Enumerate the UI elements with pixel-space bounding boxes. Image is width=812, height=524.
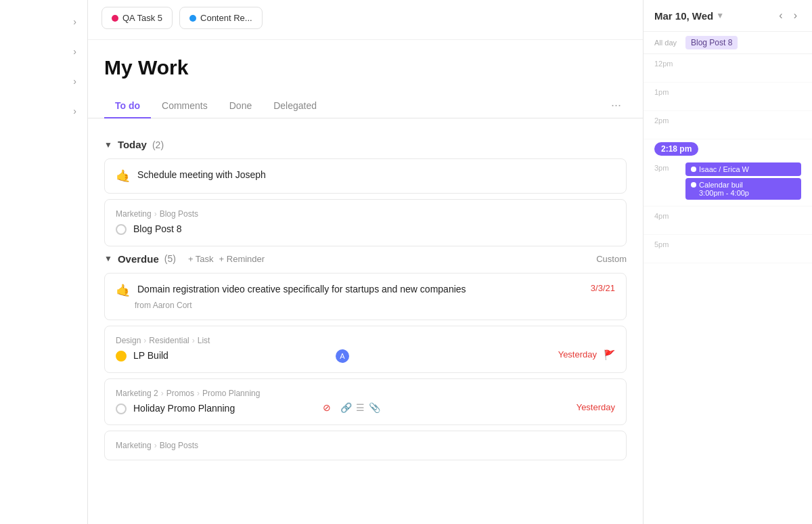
task-from-domain: from Aaron Cort <box>116 301 615 310</box>
task-date-domain: 3/3/21 <box>591 283 615 293</box>
content-area: ▼ Today (2) 🤙 Schedule meeting with Jose… <box>88 118 643 479</box>
calendar-prev-button[interactable]: ‹ <box>775 8 786 23</box>
sidebar-item-4[interactable]: › <box>0 96 87 126</box>
add-reminder-button[interactable]: + Reminder <box>219 254 265 264</box>
time-slot-4pm: 4pm <box>644 206 812 235</box>
task-checkbox-blog8[interactable] <box>116 224 127 235</box>
time-label-5pm: 5pm <box>654 239 679 248</box>
task-title-lp: LP Build <box>133 349 329 363</box>
all-day-label: All day <box>654 39 679 47</box>
task-title-schedule: Schedule meeting with Joseph <box>137 169 615 182</box>
event-isaac-erica[interactable]: Isaac / Erica W <box>685 162 801 176</box>
tab-done[interactable]: Done <box>219 93 263 118</box>
event-dot <box>691 182 696 188</box>
flag-icon-lp: 🚩 <box>604 349 615 360</box>
time-label-3pm: 3pm <box>654 162 679 172</box>
task-checkbox-promo[interactable] <box>116 403 127 414</box>
breadcrumb-promo: Marketing 2 › Promos › Promo Planning <box>116 389 615 398</box>
task-title-domain: Domain registration video creative speci… <box>137 283 584 297</box>
task-card-blog-post-8: Marketing › Blog Posts Blog Post 8 <box>104 199 627 246</box>
task-checkbox-lp[interactable] <box>116 351 127 362</box>
task-card-schedule-meeting: 🤙 Schedule meeting with Joseph <box>104 158 627 194</box>
chevron-right-icon: › <box>73 76 76 87</box>
chevron-right-icon: › <box>73 46 76 57</box>
time-slot-5pm: 5pm <box>644 235 812 263</box>
current-time-indicator: 2:18 pm <box>644 139 812 158</box>
page-title: My Work <box>104 56 627 79</box>
content-task-label: Content Re... <box>200 13 252 23</box>
page-title-section: My Work <box>88 40 643 79</box>
task-title-blog8: Blog Post 8 <box>133 223 615 236</box>
time-label-1pm: 1pm <box>654 87 679 96</box>
overdue-collapse-icon[interactable]: ▼ <box>104 254 112 263</box>
tabs-more-button[interactable]: ··· <box>606 93 627 118</box>
main-content: QA Task 5 Content Re... My Work To do Co… <box>88 0 643 524</box>
avatar-lp: A <box>336 349 349 363</box>
breadcrumb-lp: Design › Residential › List <box>116 336 615 345</box>
content-task-chip[interactable]: Content Re... <box>179 7 263 29</box>
calendar-nav: ‹ › <box>775 8 801 23</box>
task-date-lp: Yesterday <box>558 349 597 359</box>
today-section-header: ▼ Today (2) <box>104 139 627 150</box>
dot-blue <box>189 15 196 22</box>
tab-delegated[interactable]: Delegated <box>263 93 328 118</box>
overdue-section-title: Overdue <box>118 253 159 265</box>
time-label-12pm: 12pm <box>654 58 679 68</box>
chevron-down-icon: ▼ <box>716 11 724 20</box>
link-icon[interactable]: 🔗 <box>340 402 352 413</box>
sidebar-item-2[interactable]: › <box>0 37 87 66</box>
add-task-button[interactable]: + Task <box>188 254 214 264</box>
all-day-row: All day Blog Post 8 <box>644 32 812 54</box>
calendar-header: Mar 10, Wed ▼ ‹ › <box>644 0 812 32</box>
task-card-domain-reg: 🤙 Domain registration video creative spe… <box>104 273 627 320</box>
task-card-blog-overdue: Marketing › Blog Posts <box>104 431 627 460</box>
sidebar: › › › › <box>0 0 88 524</box>
qa-task-label: QA Task 5 <box>122 13 162 23</box>
list-icon[interactable]: ☰ <box>356 402 365 413</box>
sidebar-item-3[interactable]: › <box>0 66 87 96</box>
event-calendar-build[interactable]: Calendar buil3:00pm - 4:00p <box>685 178 801 200</box>
breadcrumb-marketing: Marketing <box>116 209 152 219</box>
current-time-badge: 2:18 pm <box>654 142 698 156</box>
sidebar-item-1[interactable]: › <box>0 7 87 37</box>
time-slot-3pm: 3pm Isaac / Erica W Calendar buil3:00pm … <box>644 158 812 206</box>
overdue-section-header: ▼ Overdue (5) + Task + Reminder Custom <box>104 253 627 265</box>
calendar-date-title[interactable]: Mar 10, Wed ▼ <box>654 10 724 22</box>
all-day-event[interactable]: Blog Post 8 <box>685 36 738 49</box>
overdue-section-count: (5) <box>164 253 176 264</box>
time-slot-2pm: 2pm <box>644 111 812 139</box>
tab-todo[interactable]: To do <box>104 93 151 118</box>
right-panel-calendar: Mar 10, Wed ▼ ‹ › All day Blog Post 8 12… <box>643 0 812 524</box>
chevron-right-icon: › <box>73 106 76 116</box>
time-slot-1pm: 1pm <box>644 83 812 111</box>
task-icon-domain: 🤙 <box>116 283 131 298</box>
breadcrumb-blog-overdue: Marketing › Blog Posts <box>116 441 615 450</box>
breadcrumb-blog-post: Marketing › Blog Posts <box>116 209 615 219</box>
top-task-bar: QA Task 5 Content Re... <box>88 0 643 40</box>
today-section-count: (2) <box>152 139 164 150</box>
task-card-lp-build: Design › Residential › List LP Build A Y… <box>104 326 627 373</box>
custom-button[interactable]: Custom <box>596 254 627 264</box>
time-slot-12pm: 12pm <box>644 54 812 83</box>
task-date-promo: Yesterday <box>577 402 615 412</box>
tab-comments[interactable]: Comments <box>151 93 219 118</box>
event-dot <box>691 167 696 172</box>
tabs: To do Comments Done Delegated ··· <box>88 93 643 118</box>
task-title-promo: Holiday Promo Planning <box>133 402 316 416</box>
calendar-next-button[interactable]: › <box>790 8 801 23</box>
today-section-title: Today <box>118 139 147 150</box>
dot-pink <box>112 15 118 22</box>
attachment-icon[interactable]: 📎 <box>369 402 380 413</box>
breadcrumb-blog-posts: Blog Posts <box>160 209 198 219</box>
time-label-4pm: 4pm <box>654 211 679 220</box>
task-card-holiday-promo: Marketing 2 › Promos › Promo Planning Ho… <box>104 378 627 426</box>
stop-icon: ⊘ <box>323 402 331 413</box>
today-collapse-icon[interactable]: ▼ <box>104 140 112 150</box>
task-tools-promo: 🔗 ☰ 📎 <box>340 402 380 413</box>
chevron-right-icon: › <box>73 16 76 27</box>
time-label-2pm: 2pm <box>654 115 679 125</box>
overdue-actions: + Task + Reminder <box>188 254 265 264</box>
task-icon-hand: 🤙 <box>116 169 131 183</box>
qa-task-chip[interactable]: QA Task 5 <box>102 7 173 29</box>
